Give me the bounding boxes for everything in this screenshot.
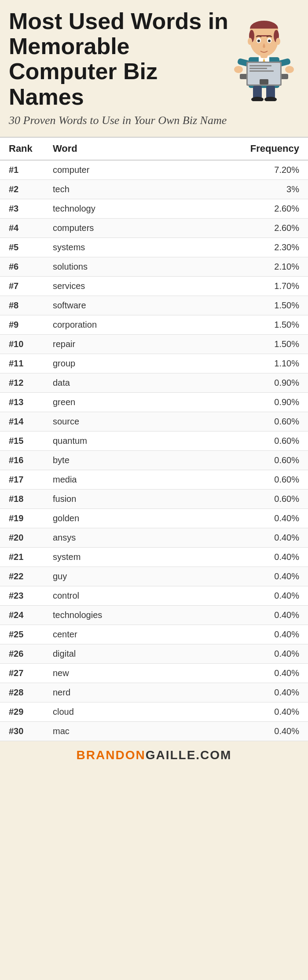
cell-word: fusion [44,489,176,508]
svg-rect-14 [260,79,268,84]
cell-word: source [44,412,176,431]
cell-frequency: 3% [176,179,308,199]
cell-frequency: 0.40% [176,567,308,586]
cell-frequency: 2.60% [176,218,308,238]
cell-rank: #10 [0,334,44,354]
svg-point-6 [234,66,243,73]
cell-word: corporation [44,315,176,334]
table-row: #6solutions2.10% [0,257,308,276]
cell-word: center [44,625,176,644]
cell-word: quantum [44,431,176,450]
svg-point-26 [276,38,280,45]
cell-frequency: 0.40% [176,644,308,663]
table-row: #13green0.90% [0,392,308,412]
table-row: #20ansys0.40% [0,528,308,547]
cell-word: repair [44,334,176,354]
cell-rank: #5 [0,238,44,257]
cell-frequency: 0.40% [176,547,308,567]
table-header-row: Rank Word Frequency [0,137,308,160]
table-row: #28nerd0.40% [0,683,308,702]
cell-rank: #8 [0,296,44,315]
cell-rank: #18 [0,489,44,508]
table-row: #24technologies0.40% [0,605,308,625]
footer-section: BRANDONGAILLE.COM [0,741,308,769]
cell-frequency: 0.60% [176,470,308,489]
cell-word: technologies [44,605,176,625]
cell-rank: #23 [0,586,44,605]
footer-brand-orange: BRANDON [77,748,146,762]
cell-word: system [44,547,176,567]
cell-rank: #25 [0,625,44,644]
header-section: Most Used Words in Memorable Computer Bi… [0,0,308,132]
cell-word: control [44,586,176,605]
cell-rank: #16 [0,450,44,470]
cell-rank: #4 [0,218,44,238]
cell-frequency: 2.30% [176,238,308,257]
cell-frequency: 1.50% [176,296,308,315]
cell-frequency: 0.60% [176,431,308,450]
svg-point-7 [285,66,294,73]
table-row: #19golden0.40% [0,508,308,528]
cell-word: solutions [44,257,176,276]
table-row: #9corporation1.50% [0,315,308,334]
cell-rank: #17 [0,470,44,489]
cell-word: new [44,663,176,683]
cell-word: digital [44,644,176,663]
cell-rank: #24 [0,605,44,625]
cell-frequency: 2.10% [176,257,308,276]
svg-point-25 [248,38,252,45]
cell-word: golden [44,508,176,528]
table-row: #12data0.90% [0,373,308,392]
cell-word: byte [44,450,176,470]
table-row: #30mac0.40% [0,721,308,741]
table-row: #7services1.70% [0,276,308,296]
cell-word: services [44,276,176,296]
svg-rect-11 [249,65,271,66]
table-row: #8software1.50% [0,296,308,315]
cell-word: nerd [44,683,176,702]
cell-frequency: 7.20% [176,160,308,180]
cell-word: mac [44,721,176,741]
cell-rank: #9 [0,315,44,334]
column-frequency: Frequency [176,137,308,160]
table-row: #26digital0.40% [0,644,308,663]
table-row: #21system0.40% [0,547,308,567]
table-row: #14source0.60% [0,412,308,431]
table-row: #17media0.60% [0,470,308,489]
cell-frequency: 0.60% [176,450,308,470]
cell-word: cloud [44,702,176,721]
table-row: #29cloud0.40% [0,702,308,721]
cell-rank: #28 [0,683,44,702]
cell-frequency: 1.10% [176,354,308,373]
cell-frequency: 0.60% [176,412,308,431]
svg-rect-12 [249,68,267,69]
table-row: #15quantum0.60% [0,431,308,450]
table-row: #3technology2.60% [0,199,308,218]
table-row: #11group1.10% [0,354,308,373]
cell-frequency: 1.50% [176,315,308,334]
cell-word: computers [44,218,176,238]
column-rank: Rank [0,137,44,160]
svg-rect-13 [249,70,274,72]
cell-frequency: 0.40% [176,586,308,605]
cell-frequency: 0.40% [176,721,308,741]
character-illustration [229,9,299,101]
cell-frequency: 0.40% [176,625,308,644]
cell-frequency: 0.40% [176,683,308,702]
cell-rank: #27 [0,663,44,683]
cell-word: technology [44,199,176,218]
cell-frequency: 0.60% [176,489,308,508]
svg-point-24 [268,40,271,42]
cell-frequency: 0.40% [176,663,308,683]
cell-word: green [44,392,176,412]
cell-word: tech [44,179,176,199]
cell-rank: #22 [0,567,44,586]
table-container: Rank Word Frequency #1computer7.20%#2tec… [0,137,308,741]
cell-rank: #14 [0,412,44,431]
cell-frequency: 0.40% [176,702,308,721]
cell-rank: #1 [0,160,44,180]
words-table: Rank Word Frequency #1computer7.20%#2tec… [0,137,308,741]
cell-frequency: 2.60% [176,199,308,218]
table-row: #4computers2.60% [0,218,308,238]
main-title: Most Used Words in Memorable Computer Bi… [9,9,229,110]
